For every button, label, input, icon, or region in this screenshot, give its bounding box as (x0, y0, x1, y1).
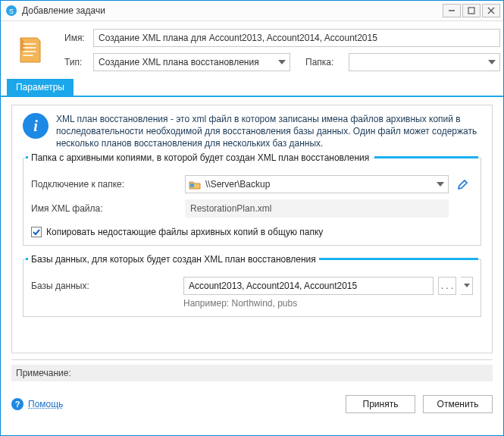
copy-missing-label: Копировать недостающие файлы архивных ко… (46, 227, 323, 237)
separator (11, 359, 493, 360)
accept-button[interactable]: Принять (346, 395, 415, 413)
databases-value: Account2013, Account2014, Account2015 (189, 281, 357, 291)
note-input[interactable] (77, 366, 488, 380)
task-type-icon (13, 33, 46, 67)
copy-missing-checkbox[interactable]: Копировать недостающие файлы архивных ко… (31, 227, 473, 237)
databases-input[interactable]: Account2013, Account2014, Account2015 (183, 277, 434, 295)
chevron-down-icon (486, 54, 498, 71)
type-select-value: Создание XML плана восстановления (99, 57, 259, 67)
checkbox-icon (31, 227, 42, 237)
svg-text:S: S (9, 8, 14, 15)
tab-bar: Параметры (1, 79, 503, 97)
connection-select[interactable]: \\Server\Backup (185, 175, 449, 193)
footer: ? Помощь Принять Отменить (1, 381, 503, 413)
folder-icon (189, 178, 201, 190)
name-input[interactable] (93, 29, 500, 47)
help-link[interactable]: ? Помощь (11, 398, 63, 410)
folder-select[interactable] (349, 53, 500, 71)
edit-connection-button[interactable] (455, 176, 471, 193)
svg-marker-7 (488, 60, 496, 64)
help-icon: ? (11, 398, 23, 410)
chevron-down-icon (434, 176, 446, 193)
note-label: Примечание: (16, 368, 71, 378)
connection-label: Подключение к папке: (31, 179, 179, 190)
xml-filename-value: RestorationPlan.xml (185, 199, 449, 218)
group-backup-folder-title: Папка с архивными копиями, в которой буд… (28, 152, 372, 163)
header: Имя: Тип: Создание XML плана восстановле… (1, 21, 503, 79)
cancel-button[interactable]: Отменить (423, 395, 493, 413)
svg-marker-6 (278, 60, 286, 64)
svg-rect-3 (468, 8, 474, 14)
connection-value: \\Server\Backup (205, 179, 270, 190)
databases-label: Базы данных: (31, 281, 179, 291)
chevron-down-icon (276, 54, 288, 71)
app-icon: S (5, 5, 17, 17)
info-text: XML план восстановления - это xml файл в… (56, 113, 481, 150)
databases-hint: Например: Northwind, pubs (183, 298, 473, 309)
databases-dropdown-button[interactable] (461, 277, 473, 295)
note-row: Примечание: (11, 365, 493, 381)
databases-browse-button[interactable]: . . . (438, 277, 456, 295)
window-title: Добавление задачи (22, 5, 443, 16)
tab-parameters[interactable]: Параметры (7, 79, 74, 96)
type-label: Тип: (64, 57, 87, 67)
info-icon: i (23, 113, 49, 139)
minimize-button[interactable] (443, 4, 461, 17)
parameters-panel: i XML план восстановления - это xml файл… (11, 105, 493, 353)
svg-rect-8 (190, 183, 194, 187)
svg-marker-9 (437, 182, 444, 187)
group-databases-title: Базы данных, для которых будет создан XM… (28, 254, 319, 265)
group-backup-folder: Папка с архивными копиями, в которой буд… (23, 158, 481, 246)
name-label: Имя: (64, 33, 87, 43)
help-label: Помощь (28, 399, 63, 409)
folder-label: Папка: (305, 57, 333, 67)
close-button[interactable] (482, 4, 500, 17)
maximize-button[interactable] (462, 4, 481, 17)
svg-marker-10 (464, 284, 470, 287)
type-select[interactable]: Создание XML плана восстановления (93, 53, 290, 71)
group-databases: Базы данных, для которых будет создан XM… (23, 259, 481, 317)
title-bar: S Добавление задачи (1, 1, 503, 21)
xml-filename-label: Имя XML файла: (31, 203, 179, 214)
